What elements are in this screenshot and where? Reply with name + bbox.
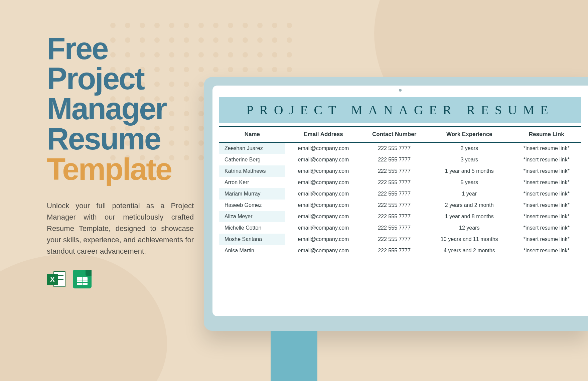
cell-contact: 222 555 7777 [361, 188, 427, 200]
cell-name: Moshe Santana [219, 234, 285, 245]
cell-exp: 12 years [427, 222, 511, 234]
column-header: Resume Link [511, 127, 581, 142]
cell-exp: 5 years [427, 177, 511, 188]
monitor-mockup: PROJECT MANAGER RESUME NameEmail Address… [204, 77, 588, 331]
table-row: Arron Kerremail@company.com222 555 77775… [219, 177, 581, 188]
cell-email: email@company.com [285, 154, 361, 165]
cell-email: email@company.com [285, 234, 361, 245]
cell-name: Mariam Murray [219, 188, 285, 200]
cell-link: *insert resume link* [511, 234, 581, 245]
cell-link: *insert resume link* [511, 200, 581, 211]
column-header: Work Experience [427, 127, 511, 142]
camera-dot [399, 89, 402, 92]
table-row: Anisa Martinemail@company.com222 555 777… [219, 245, 581, 256]
title-line: Manager [47, 92, 166, 126]
cell-name: Haseeb Gomez [219, 200, 285, 211]
column-header: Name [219, 127, 285, 142]
table-row: Moshe Santanaemail@company.com222 555 77… [219, 234, 581, 245]
cell-name: Katrina Matthews [219, 165, 285, 177]
cell-exp: 1 year and 8 months [427, 211, 511, 222]
cell-email: email@company.com [285, 177, 361, 188]
sheet-title: PROJECT MANAGER RESUME [219, 97, 581, 123]
table-row: Katrina Matthewsemail@company.com222 555… [219, 165, 581, 177]
cell-link: *insert resume link* [511, 211, 581, 222]
cell-exp: 3 years [427, 154, 511, 165]
cell-name: Arron Kerr [219, 177, 285, 188]
cell-contact: 222 555 7777 [361, 222, 427, 234]
cell-exp: 1 year and 5 months [427, 165, 511, 177]
cell-exp: 2 years and 2 month [427, 200, 511, 211]
table-row: Zeeshan Juarezemail@company.com222 555 7… [219, 142, 581, 154]
table-row: Michelle Cottonemail@company.com222 555 … [219, 222, 581, 234]
title-line: Resume [47, 122, 160, 156]
cell-name: Catherine Berg [219, 154, 285, 165]
google-sheets-icon[interactable] [73, 270, 92, 288]
cell-name: Anisa Martin [219, 245, 285, 256]
screen: PROJECT MANAGER RESUME NameEmail Address… [212, 86, 588, 316]
cell-link: *insert resume link* [511, 188, 581, 200]
column-header: Email Address [285, 127, 361, 142]
cell-contact: 222 555 7777 [361, 211, 427, 222]
cell-email: email@company.com [285, 188, 361, 200]
monitor-stand [271, 331, 317, 381]
cell-email: email@company.com [285, 165, 361, 177]
cell-link: *insert resume link* [511, 165, 581, 177]
cell-contact: 222 555 7777 [361, 154, 427, 165]
description-text: Unlock your full potential as a Project … [47, 200, 194, 257]
table-row: Catherine Bergemail@company.com222 555 7… [219, 154, 581, 165]
cell-exp: 4 years and 2 months [427, 245, 511, 256]
spreadsheet-table: NameEmail AddressContact NumberWork Expe… [219, 126, 581, 256]
cell-contact: 222 555 7777 [361, 200, 427, 211]
cell-contact: 222 555 7777 [361, 234, 427, 245]
title-accent: Template [47, 154, 194, 184]
cell-exp: 2 years [427, 142, 511, 154]
cell-contact: 222 555 7777 [361, 165, 427, 177]
cell-name: Michelle Cotton [219, 222, 285, 234]
cell-link: *insert resume link* [511, 245, 581, 256]
excel-badge: X [47, 274, 58, 285]
column-header: Contact Number [361, 127, 427, 142]
cell-contact: 222 555 7777 [361, 245, 427, 256]
cell-email: email@company.com [285, 245, 361, 256]
cell-contact: 222 555 7777 [361, 142, 427, 154]
page-title: Free Project Manager Resume Template [47, 33, 194, 184]
cell-exp: 1 year [427, 188, 511, 200]
title-line: Free Project [47, 31, 144, 96]
table-row: Haseeb Gomezemail@company.com222 555 777… [219, 200, 581, 211]
cell-name: Aliza Meyer [219, 211, 285, 222]
cell-email: email@company.com [285, 222, 361, 234]
cell-contact: 222 555 7777 [361, 177, 427, 188]
table-row: Aliza Meyeremail@company.com222 555 7777… [219, 211, 581, 222]
cell-link: *insert resume link* [511, 142, 581, 154]
excel-icon[interactable]: X [47, 270, 65, 288]
cell-exp: 10 years and 11 months [427, 234, 511, 245]
cell-email: email@company.com [285, 200, 361, 211]
cell-email: email@company.com [285, 142, 361, 154]
cell-link: *insert resume link* [511, 222, 581, 234]
cell-email: email@company.com [285, 211, 361, 222]
cell-link: *insert resume link* [511, 177, 581, 188]
table-row: Mariam Murrayemail@company.com222 555 77… [219, 188, 581, 200]
cell-link: *insert resume link* [511, 154, 581, 165]
cell-name: Zeeshan Juarez [219, 142, 285, 154]
